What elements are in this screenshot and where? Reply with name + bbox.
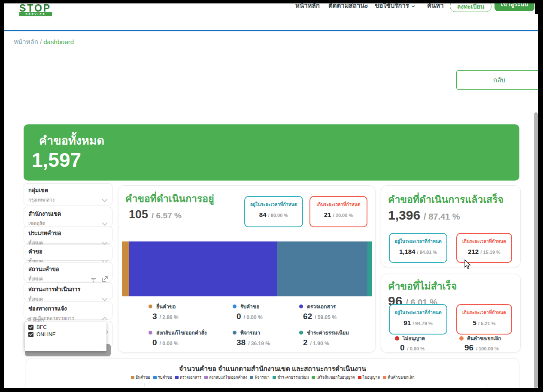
checkbox-checked-icon[interactable] <box>28 325 33 330</box>
legend-item: รับคำขอ <box>153 374 172 380</box>
legend-dot <box>233 305 237 308</box>
legend-swatch <box>153 376 157 379</box>
district-chart-card: จำนวนคำขอ จำแนกตามสำนักงานเขต และสถานะกา… <box>26 358 519 392</box>
filter-label: สถานะคำขอ <box>28 265 108 274</box>
channel-option-online[interactable]: ONLINE <box>28 331 103 338</box>
window-frame-top <box>0 0 543 3</box>
over-time-box: เกินระยะเวลาที่กำหนด 5 / 5.21 % <box>456 304 512 335</box>
card-value: 1,396 / 87.41 % <box>388 208 460 223</box>
bar-segment-consider[interactable] <box>277 241 367 296</box>
legend-label: ยื่นคำขอ <box>156 302 176 311</box>
status-stacked-bar <box>122 241 372 296</box>
filter-label: ประเภทคำขอ <box>28 229 108 238</box>
over-time-box: เกินระยะเวลาที่กำหนด 21 / 20.00 % <box>309 196 367 227</box>
district-chart-title: จำนวนคำขอ จำแนกตามสำนักงานเขต และสถานะกา… <box>26 363 519 374</box>
returned-cancelled-legend: คืนคำขอ/ยกเลิก 96/ 100.00 % <box>459 335 501 353</box>
bar-segment-submit[interactable] <box>122 241 129 296</box>
channel-search-input[interactable]: ค้นหา <box>27 317 44 323</box>
within-time-box: อยู่ในระยะเวลาที่กำหนด 91 / 94.79 % <box>389 304 447 335</box>
bar-segment-check-docs[interactable] <box>129 241 277 296</box>
legend-value: 0 <box>400 343 405 353</box>
legend-percent: / 0.00 % <box>244 314 263 320</box>
legend-label: คืนคำขอ/ยกเลิก <box>467 335 501 342</box>
legend-item: รับคำขอ 0/ 0.00 % <box>233 302 299 321</box>
legend-percent: / 36.19 % <box>248 341 270 347</box>
within-time-value: 84 / 80.00 % <box>245 211 302 218</box>
dashboard-page: STOP SERVICE หน้าหลัก ติดตามสถานะ ขอใช้บ… <box>0 0 543 392</box>
search-icon <box>27 318 31 323</box>
legend-item: เสร็จสิ้น/ออกใบอนุญาต <box>312 374 355 380</box>
legend-item: ไม่อนุญาต <box>358 374 380 380</box>
bar-segment-pay-fee[interactable] <box>367 241 372 296</box>
card-title: คำขอที่ดำเนินการอยู่ <box>125 191 214 206</box>
breadcrumb-current[interactable]: dashboard <box>43 38 74 45</box>
not-permitted-legend: ไม่อนุญาต 0/ 0.00 % <box>395 335 425 353</box>
legend-swatch <box>250 376 253 379</box>
breadcrumb-separator: / <box>40 38 42 45</box>
select-value: กรุงเทพกลาง <box>28 196 55 204</box>
legend-item: ตรวจเอกสาร 62/ 59.05 % <box>299 302 368 321</box>
within-time-label: อยู่ในระยะเวลาที่กำหนด <box>390 238 446 245</box>
legend-item: พิจารณา 38/ 36.19 % <box>233 329 299 347</box>
over-time-label: เกินระยะเวลาที่กำหนด <box>457 309 511 316</box>
legend-dot <box>149 331 152 335</box>
within-time-label: อยู่ในระยะเวลาที่กำหนด <box>390 309 446 316</box>
checkbox-checked-icon[interactable] <box>28 332 33 337</box>
search-placeholder: ค้นหา <box>33 317 44 323</box>
over-time-value: 212 / 15.19 % <box>457 248 511 255</box>
legend-item: ชำระค่าธรรมเนียม 2/ 1.90 % <box>299 329 368 347</box>
legend-swatch <box>383 376 386 379</box>
legend-item: ยื่นคำขอ 3/ 2.86 % <box>149 302 233 321</box>
legend-label: ตรวจเอกสาร <box>307 302 336 311</box>
option-label: BFC <box>36 324 47 330</box>
in-progress-card: คำขอที่ดำเนินการอยู่ 105 / 6.57 % อยู่ใน… <box>118 185 376 353</box>
legend-swatch <box>175 376 179 379</box>
filter-card-request-status: สถานะคำขอ ทั้งหมด <box>24 262 112 281</box>
filter-card-district-group: กลุ่มเขต กรุงเทพกลาง <box>24 183 112 205</box>
legend-swatch <box>204 376 208 379</box>
legend-value: 0 <box>152 338 157 347</box>
channel-option-bfc[interactable]: BFC <box>28 323 103 331</box>
legend-percent: / 0.00 % <box>407 346 425 351</box>
logo-service-bar: SERVICE <box>19 12 52 16</box>
legend-value: 96 <box>464 343 473 353</box>
scrollbar-thumb[interactable] <box>534 112 538 388</box>
legend-dot <box>149 305 152 308</box>
district-group-select[interactable]: กรุงเทพกลาง <box>28 196 108 204</box>
completed-card: คำขอที่ดำเนินการแล้วเสร็จ 1,396 / 87.41 … <box>381 185 521 267</box>
breadcrumb: หน้าหลัก / dashboard <box>14 37 74 47</box>
over-time-value: 5 / 5.21 % <box>457 319 511 326</box>
legend-percent: / 0.00 % <box>160 341 179 347</box>
card-title: คำขอที่ไม่สำเร็จ <box>388 278 457 294</box>
back-button[interactable]: กลับ <box>456 70 542 90</box>
legend-label: พิจารณา <box>240 329 260 337</box>
legend-label: ไม่อนุญาต <box>403 335 425 342</box>
total-requests-title: คำขอทั้งหมด <box>39 131 104 150</box>
legend-dot <box>299 331 303 335</box>
filter-card-operation-status: สถานะการดำเนินการ ทั้งหมด <box>24 282 112 300</box>
legend-item: ยื่นคำขอ <box>131 374 150 380</box>
chevron-down-icon <box>102 196 108 204</box>
channel-dropdown-panel: BFC ONLINE <box>25 322 106 351</box>
card-value: 105 / 6.57 % <box>129 208 182 221</box>
legend-item: พิจารณา <box>250 374 270 380</box>
filter-label: กลุ่มเขต <box>28 186 108 195</box>
legend-dot <box>459 336 464 341</box>
chevron-up-icon <box>102 314 108 322</box>
breadcrumb-home[interactable]: หน้าหลัก <box>14 38 38 45</box>
filter-label: สถานะการดำเนินการ <box>28 285 108 294</box>
legend-label: ชำระค่าธรรมเนียม <box>307 329 349 337</box>
card-title: คำขอที่ดำเนินการแล้วเสร็จ <box>388 192 504 207</box>
legend-swatch <box>273 376 276 379</box>
status-legend: ยื่นคำขอ 3/ 2.86 % รับคำขอ 0/ 0.00 % ตรว… <box>149 302 372 347</box>
within-time-box: อยู่ในระยะเวลาที่กำหนด 1,184 / 84.81 % <box>389 233 447 263</box>
legend-dot <box>299 305 303 308</box>
over-time-box: เกินระยะเวลาที่กำหนด 212 / 15.19 % <box>456 233 512 263</box>
window-frame-left <box>0 0 4 392</box>
legend-value: 3 <box>152 312 157 321</box>
value-number: 105 <box>129 208 148 221</box>
value-number: 1,396 <box>388 208 420 223</box>
total-requests-value: 1,597 <box>32 148 81 172</box>
mouse-cursor <box>464 259 472 271</box>
legend-percent: / 59.05 % <box>315 314 337 320</box>
